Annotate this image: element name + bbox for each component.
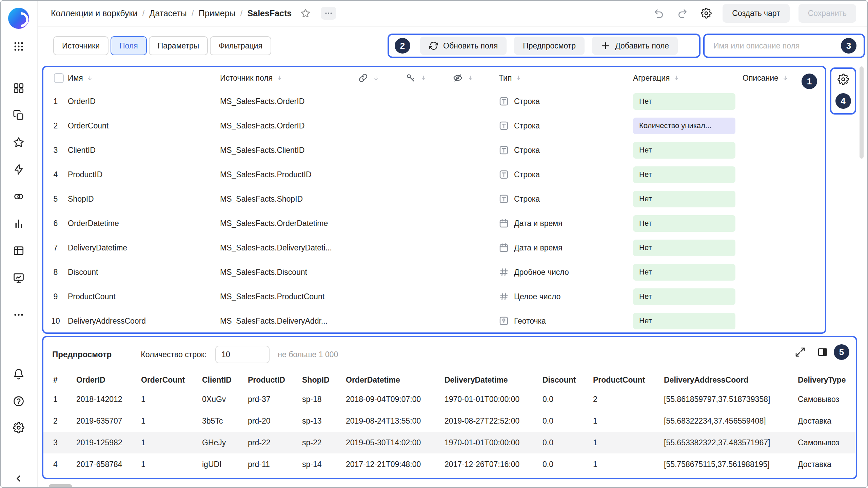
nav-tables-icon[interactable] bbox=[13, 245, 24, 257]
field-name[interactable]: ClientID bbox=[68, 146, 220, 155]
aggregation-badge[interactable]: Нет bbox=[633, 313, 735, 329]
vertical-scrollbar[interactable] bbox=[860, 66, 864, 159]
field-name[interactable]: OrderDatetime bbox=[68, 219, 220, 228]
sort-arrow-icon[interactable] bbox=[782, 75, 789, 81]
field-row[interactable]: 4 ProductID MS_SalesFacts.ProductID Стро… bbox=[43, 162, 825, 187]
sort-arrow-icon[interactable] bbox=[673, 75, 680, 81]
nav-workbooks-icon[interactable] bbox=[13, 109, 24, 121]
table-settings-gear-icon[interactable] bbox=[837, 74, 849, 85]
field-source[interactable]: MS_SalesFacts.DeliveryDateti... bbox=[220, 243, 345, 252]
nav-dashboards-icon[interactable] bbox=[13, 272, 24, 284]
sort-arrow-icon[interactable] bbox=[276, 75, 283, 81]
row-count-input[interactable] bbox=[215, 346, 270, 363]
more-actions-icon[interactable] bbox=[321, 7, 336, 20]
tab-fields[interactable]: Поля bbox=[111, 36, 147, 55]
sort-arrow-icon[interactable] bbox=[515, 75, 522, 81]
column-header-hidden[interactable] bbox=[440, 73, 487, 83]
field-row[interactable]: 7 DeliveryDatetime MS_SalesFacts.Deliver… bbox=[43, 236, 825, 260]
field-row[interactable]: 6 OrderDatetime MS_SalesFacts.OrderDatet… bbox=[43, 211, 825, 236]
field-type[interactable]: Дата и время bbox=[487, 243, 633, 253]
field-search-input[interactable] bbox=[705, 36, 835, 55]
dataset-settings-gear-icon[interactable] bbox=[699, 6, 714, 21]
field-row[interactable]: 2 OrderCount MS_SalesFacts.OrderID Строк… bbox=[43, 114, 825, 138]
column-header-type[interactable]: Тип bbox=[487, 74, 633, 83]
field-source[interactable]: MS_SalesFacts.ProductID bbox=[220, 170, 345, 179]
field-name[interactable]: DeliveryAddressCoord bbox=[68, 317, 220, 326]
field-type[interactable]: Строка bbox=[487, 121, 633, 131]
field-row[interactable]: 9 ProductCount MS_SalesFacts.ProductCoun… bbox=[43, 284, 825, 309]
aggregation-badge[interactable]: Нет bbox=[633, 142, 735, 159]
field-name[interactable]: OrderID bbox=[68, 97, 220, 106]
sort-arrow-icon[interactable] bbox=[373, 75, 379, 81]
sort-arrow-icon[interactable] bbox=[420, 75, 427, 81]
expand-preview-icon[interactable] bbox=[795, 347, 806, 358]
datalens-logo[interactable] bbox=[8, 8, 29, 29]
field-type[interactable]: Дробное число bbox=[487, 267, 633, 277]
column-header-key[interactable] bbox=[393, 73, 440, 83]
field-source[interactable]: MS_SalesFacts.OrderID bbox=[220, 97, 345, 106]
nav-squares-icon[interactable] bbox=[13, 82, 24, 94]
tab-sources[interactable]: Источники bbox=[53, 36, 108, 55]
aggregation-badge[interactable]: Нет bbox=[633, 93, 735, 110]
field-row[interactable]: 1 OrderID MS_SalesFacts.OrderID Строка Н… bbox=[43, 89, 825, 114]
aggregation-badge[interactable]: Нет bbox=[633, 240, 735, 256]
field-source[interactable]: MS_SalesFacts.OrderDatetime bbox=[220, 219, 345, 228]
breadcrumb-datasets[interactable]: Датасеты bbox=[149, 8, 186, 18]
tab-parameters[interactable]: Параметры bbox=[149, 36, 208, 55]
column-header-aggregation[interactable]: Агрегация bbox=[633, 74, 743, 83]
apps-grid-icon[interactable] bbox=[13, 41, 24, 52]
field-type[interactable]: Дата и время bbox=[487, 218, 633, 228]
field-name[interactable]: ProductCount bbox=[68, 292, 220, 301]
nav-connections-icon[interactable] bbox=[13, 164, 24, 175]
nav-favorites-icon[interactable] bbox=[13, 137, 24, 148]
field-source[interactable]: MS_SalesFacts.ProductCount bbox=[220, 292, 345, 301]
aggregation-badge[interactable]: Нет bbox=[633, 288, 735, 305]
field-row[interactable]: 10 DeliveryAddressCoord MS_SalesFacts.De… bbox=[43, 309, 825, 333]
horizontal-scrollbar[interactable] bbox=[49, 484, 72, 488]
field-name[interactable]: ShopID bbox=[68, 195, 220, 204]
field-source[interactable]: MS_SalesFacts.ShopID bbox=[220, 195, 345, 204]
refresh-fields-button[interactable]: Обновить поля bbox=[420, 37, 507, 55]
save-button[interactable]: Сохранить bbox=[798, 4, 856, 23]
sort-arrow-icon[interactable] bbox=[86, 75, 93, 81]
field-source[interactable]: MS_SalesFacts.Discount bbox=[220, 268, 345, 277]
select-all-checkbox[interactable] bbox=[54, 73, 64, 83]
column-header-name[interactable]: Имя bbox=[68, 74, 220, 83]
field-type[interactable]: Целое число bbox=[487, 291, 633, 302]
favorite-star-icon[interactable] bbox=[300, 8, 311, 18]
split-view-icon[interactable] bbox=[817, 347, 828, 358]
field-name[interactable]: DeliveryDatetime bbox=[68, 243, 220, 252]
collapse-sidebar-icon[interactable] bbox=[14, 473, 24, 484]
aggregation-badge[interactable]: Нет bbox=[633, 215, 735, 232]
field-source[interactable]: MS_SalesFacts.DeliveryAddr... bbox=[220, 317, 345, 326]
preview-toggle-button[interactable]: Предпросмотр bbox=[514, 37, 585, 55]
help-icon[interactable] bbox=[13, 395, 24, 407]
column-header-source[interactable]: Источник поля bbox=[220, 74, 345, 83]
column-header-link[interactable] bbox=[345, 73, 393, 83]
field-type[interactable]: Строка bbox=[487, 194, 633, 204]
field-name[interactable]: OrderCount bbox=[68, 121, 220, 130]
field-name[interactable]: Discount bbox=[68, 268, 220, 277]
nav-charts-icon[interactable] bbox=[13, 218, 24, 229]
field-type[interactable]: Строка bbox=[487, 96, 633, 106]
undo-icon[interactable] bbox=[651, 6, 666, 21]
sort-arrow-icon[interactable] bbox=[467, 75, 474, 81]
tab-filtering[interactable]: Фильтрация bbox=[210, 36, 271, 55]
aggregation-badge[interactable]: Нет bbox=[633, 191, 735, 207]
create-chart-button[interactable]: Создать чарт bbox=[723, 4, 789, 23]
field-type[interactable]: Геоточка bbox=[487, 316, 633, 326]
notifications-bell-icon[interactable] bbox=[13, 368, 24, 380]
redo-icon[interactable] bbox=[675, 6, 690, 21]
field-source[interactable]: MS_SalesFacts.ClientID bbox=[220, 146, 345, 155]
breadcrumb-examples[interactable]: Примеры bbox=[199, 8, 236, 18]
field-source[interactable]: MS_SalesFacts.OrderID bbox=[220, 121, 345, 130]
aggregation-badge[interactable]: Количество уникал... bbox=[633, 118, 735, 134]
settings-icon[interactable] bbox=[13, 422, 24, 433]
aggregation-badge[interactable]: Нет bbox=[633, 264, 735, 281]
add-field-button[interactable]: Добавить поле bbox=[592, 37, 678, 55]
nav-more-icon[interactable] bbox=[13, 309, 24, 321]
breadcrumb-collections[interactable]: Коллекции и воркбуки bbox=[51, 8, 138, 18]
field-type[interactable]: Строка bbox=[487, 169, 633, 180]
field-name[interactable]: ProductID bbox=[68, 170, 220, 179]
field-row[interactable]: 8 Discount MS_SalesFacts.Discount Дробно… bbox=[43, 260, 825, 284]
